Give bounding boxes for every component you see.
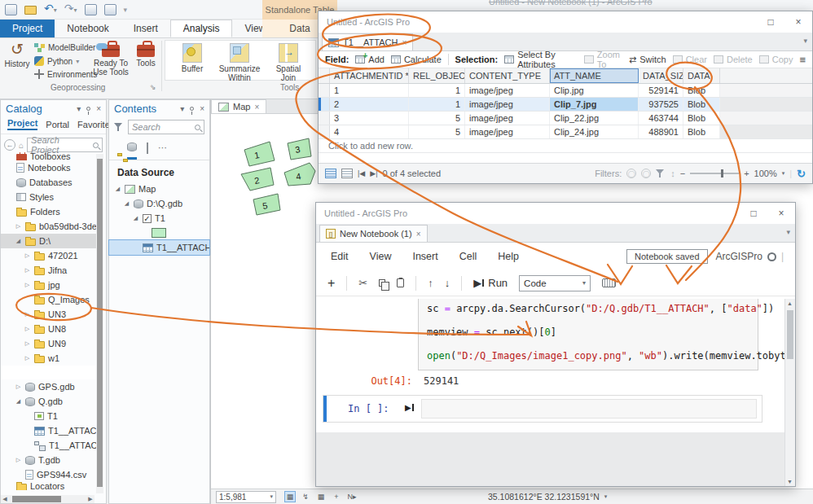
column-header-data[interactable]: DATA [683,68,720,83]
filter-extent-icon[interactable]: ◯ [626,169,636,178]
switch-selection-button[interactable]: ⇄Switch [629,55,666,65]
catalog-item-jpg[interactable]: ▷jpg [1,278,96,292]
row-selector-cell[interactable] [319,98,330,111]
column-header-content-type[interactable]: CONTENT_TYPE [465,68,550,83]
catalog-item-q-gdb[interactable]: ◢Q.gdb [1,394,96,409]
catalog-close-icon[interactable]: × [96,104,101,113]
map-scale-select[interactable]: 1:5,981 ▾ [216,491,276,503]
snapping-icon[interactable]: ↯ [300,491,311,502]
copy-cell-button[interactable] [379,279,385,287]
cell-content-type[interactable]: image/jpeg [465,98,550,111]
more-tabs-icon[interactable]: ⋯ [158,142,167,160]
cell-rel-objectid[interactable]: 5 [409,112,465,125]
cell-attachmentid[interactable]: 3 [330,112,409,125]
code-cell[interactable]: sc = arcpy.da.SearchCursor("D:/Q.gdb/T1_… [418,299,758,370]
north-arrow-icon[interactable]: N▸ [346,491,358,502]
table-view-icon[interactable] [325,169,336,178]
notebook-scrollbar[interactable]: ▲▼ [784,299,795,486]
expander-icon[interactable]: ◢ [123,200,130,207]
catalog-search-input[interactable]: Search Project [27,138,103,152]
maximize-icon[interactable]: □ [740,204,767,223]
ribbon-tab-notebook[interactable]: Notebook [55,20,121,37]
spatial-join-tool-button[interactable]: Spatial Join [268,43,309,82]
catalog-menu-icon[interactable]: ▾ [77,104,81,113]
catalog-item-w1[interactable]: ▷w1 [1,351,96,366]
menu-edit[interactable]: Edit [331,251,349,262]
catalog-item-d[interactable]: ◢D:\ [1,234,96,248]
catalog-item-un9[interactable]: ▷UN9 [1,336,96,351]
map-polygon-1[interactable] [244,142,275,166]
keyboard-shortcuts-icon[interactable] [602,278,616,287]
sort-icon[interactable]: ↕ [670,169,675,178]
expander-icon[interactable]: ▷ [15,223,22,230]
expander-icon[interactable]: ◢ [15,238,22,244]
table-row[interactable]: 21image/jpegClip_7.jpg937525Blob [319,98,812,112]
cell-data[interactable]: Blob [683,125,720,138]
expander-icon[interactable]: ▷ [24,355,31,362]
catalog-item-notebooks[interactable]: Notebooks [1,160,96,175]
grid-icon[interactable]: ▦ [315,491,327,502]
catalog-pin-icon[interactable] [86,107,90,111]
cell-att-name[interactable]: Clip_7.jpg [550,98,639,111]
expander-icon[interactable]: ▷ [24,282,31,288]
cell-data-size[interactable]: 463744 [639,112,683,125]
map-view-tab[interactable]: Map × [211,99,266,113]
close-icon[interactable]: × [767,204,795,223]
catalog-tab-portal[interactable]: Portal [46,120,69,129]
save-edits-icon[interactable] [85,4,97,15]
table-row[interactable]: 11image/jpegClip.jpg529141Blob [319,84,812,98]
layer-checkbox[interactable]: ✓ [143,214,152,223]
refresh-icon[interactable]: ↻ [797,168,806,180]
calculate-field-button[interactable]: Calculate [391,55,442,64]
cell-att-name[interactable]: Clip_24.jpg [550,125,639,138]
cell-input-area[interactable] [421,399,757,419]
expander-icon[interactable]: ◢ [114,186,121,192]
tab-overflow-icon[interactable]: ▾ [786,228,790,236]
form-view-icon[interactable] [341,169,353,178]
cell-type-select[interactable]: Code ▾ [519,275,591,291]
expander-icon[interactable]: ▷ [24,326,31,332]
expander-icon[interactable]: ▷ [24,252,31,259]
summarize-within-tool-button[interactable]: Summarize Within [214,43,265,82]
open-project-icon[interactable] [5,4,17,15]
contents-item-t1[interactable]: ◢✓T1 [109,211,209,226]
modelbuilder-button[interactable]: ModelBuilder [34,43,95,52]
crosshair-icon[interactable]: + [331,491,342,502]
header-selector-cell[interactable] [319,68,330,83]
column-header-attachmentid[interactable]: ATTACHMENTID * [330,68,409,83]
expander-icon[interactable]: ▷ [15,383,22,390]
contents-pin-icon[interactable] [190,107,194,111]
cell-att-name[interactable]: Clip_22.jpg [550,112,639,125]
column-header-att-name[interactable]: ATT_NAME [550,68,639,83]
zoom-to-button[interactable]: Zoom To [584,50,622,69]
catalog-item-locators[interactable]: Locators [1,482,96,490]
close-icon[interactable]: × [784,12,812,32]
menu-help[interactable]: Help [498,251,519,262]
catalog-item-folders[interactable]: Folders [1,204,96,219]
delete-selection-button[interactable]: Delete [714,55,753,64]
add-data-icon[interactable] [104,4,116,15]
geoprocessing-launcher-icon[interactable]: ⇘ [150,83,156,91]
customize-qat-icon[interactable]: ▾ [124,6,128,14]
cell-content-type[interactable]: image/jpeg [465,84,550,97]
table-row[interactable]: 45image/jpegClip_24.jpg488901Blob [319,125,812,139]
cell-data-size[interactable]: 529141 [639,84,683,97]
contents-item-swatch[interactable] [109,226,209,240]
selection-tab-icon[interactable] [147,143,148,160]
catalog-item-t1[interactable]: T1 [1,409,96,423]
cell-data[interactable]: Blob [683,84,720,97]
first-record-icon[interactable]: |◀ [358,169,365,177]
catalog-item-t-gdb[interactable]: ▷T.gdb [1,453,96,467]
back-icon[interactable]: ← [4,139,15,151]
contents-search-input[interactable]: Search [128,120,204,134]
add-cell-button[interactable]: + [327,276,335,291]
menu-cell[interactable]: Cell [459,251,477,262]
expander-icon[interactable]: ▷ [15,457,22,463]
notebook-tab-close-icon[interactable]: × [416,230,421,239]
table-tab-close-icon[interactable]: × [402,38,406,47]
copy-selection-button[interactable]: Copy [759,55,793,64]
notebook-window-titlebar[interactable]: Untitled - ArcGIS Pro □ × [316,203,795,224]
environments-button[interactable]: Environments [34,69,97,79]
ribbon-tab-project[interactable]: Project [0,20,55,37]
cell-att-name[interactable]: Clip.jpg [550,84,639,97]
